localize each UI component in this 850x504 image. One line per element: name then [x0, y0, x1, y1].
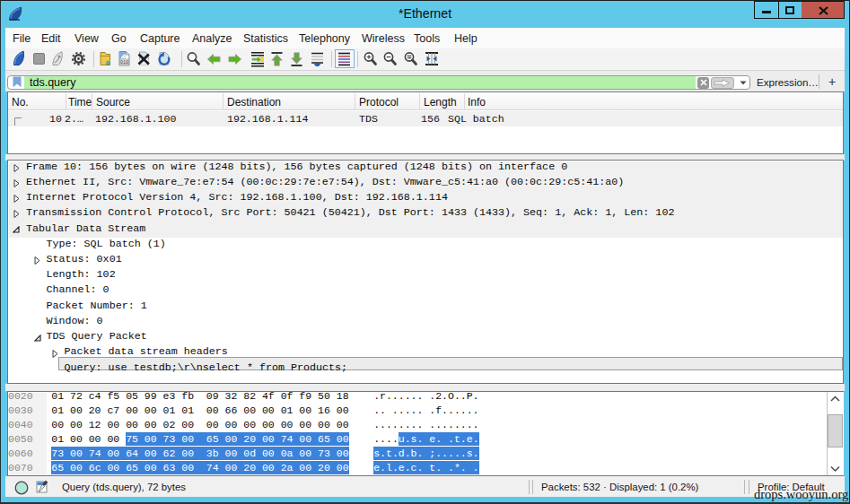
svg-text:010: 010 [120, 60, 128, 65]
